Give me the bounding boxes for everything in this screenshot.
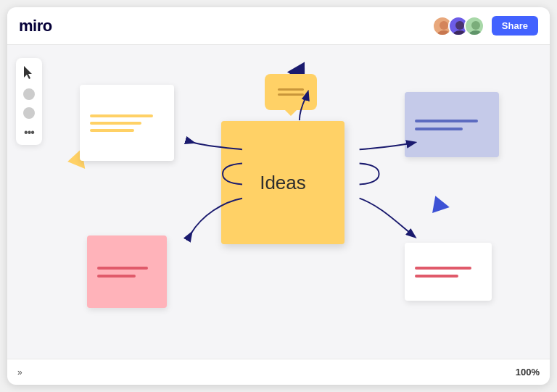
circle-tool-1[interactable] (23, 88, 35, 100)
svg-point-2 (455, 21, 464, 30)
card-pink-line-1 (97, 267, 148, 270)
expand-icon[interactable]: » (17, 367, 22, 378)
svg-point-4 (471, 21, 480, 30)
header: miro (7, 7, 550, 45)
bubble-line-1 (278, 88, 304, 91)
canvas-frame: miro (7, 7, 550, 385)
circle-tool-2[interactable] (23, 107, 35, 119)
svg-marker-6 (24, 66, 32, 79)
central-node-label: Ideas (260, 172, 306, 194)
bubble-line-2 (278, 93, 304, 96)
card-white-bottomright (405, 243, 492, 301)
card-white-topleft (80, 85, 174, 161)
card-purple-line-2 (415, 128, 463, 130)
left-toolbar: ••• (16, 58, 42, 145)
bottom-bar: » 100% (7, 359, 550, 385)
svg-point-0 (440, 21, 448, 30)
more-tools[interactable]: ••• (24, 126, 34, 139)
card-purple-topright (405, 92, 499, 157)
card-line-3 (90, 129, 134, 132)
canvas-area: Ideas (7, 45, 550, 359)
avatars (432, 16, 484, 36)
card-pink-line-2 (97, 275, 136, 278)
miro-logo: miro (19, 17, 52, 36)
card-pink-bottomleft (87, 235, 167, 308)
share-button[interactable]: Share (492, 16, 538, 36)
central-sticky-note[interactable]: Ideas (221, 121, 344, 244)
cursor-tool[interactable] (20, 64, 38, 81)
chat-bubble-top (265, 74, 317, 110)
svg-point-5 (469, 30, 483, 36)
card-red-line-1 (415, 267, 471, 270)
header-right: Share (432, 16, 538, 36)
card-line-2 (90, 122, 141, 125)
card-purple-line-1 (415, 120, 478, 122)
avatar-3 (464, 16, 484, 36)
card-red-line-2 (415, 275, 458, 278)
triangle-blue-right (432, 196, 451, 215)
card-line-1 (90, 114, 153, 117)
zoom-level: 100% (516, 367, 540, 378)
